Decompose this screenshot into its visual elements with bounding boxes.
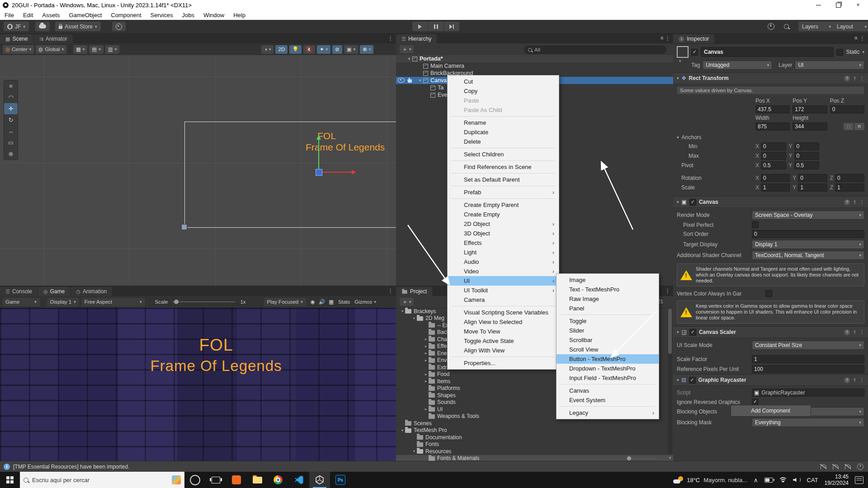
focus-dropdown[interactable]: Play Focused▾	[264, 298, 306, 306]
notification-center-icon[interactable]	[855, 476, 863, 484]
context-menu-item[interactable]: Properties...	[448, 358, 559, 368]
hierarchy-search-input[interactable]: All	[524, 46, 666, 54]
pos-x-field[interactable]: 437.5	[755, 105, 790, 113]
context-menu-item[interactable]: Prefab›	[448, 188, 559, 197]
submenu-item[interactable]: Dropdown - TextMeshPro	[557, 364, 659, 373]
scene-tool[interactable]: ✛	[4, 103, 18, 114]
taskbar-search-input[interactable]: Escriu aquí per cercar	[20, 472, 184, 488]
context-menu-item[interactable]: Select Children	[448, 150, 559, 159]
scene-tool[interactable]: ▭	[4, 137, 18, 148]
create-object-button[interactable]: ＋▾	[400, 45, 414, 53]
rect-handle[interactable]	[181, 224, 187, 230]
static-checkbox[interactable]: ✓	[836, 49, 843, 56]
pixel-perfect-checkbox[interactable]: ✓	[752, 221, 759, 228]
effects-dropdown[interactable]: ✦▾	[317, 45, 330, 54]
increment-snap-dropdown[interactable]: ▤▾	[89, 45, 103, 54]
layers-dropdown[interactable]: Layers▾	[798, 22, 835, 31]
context-menu-item[interactable]: Toggle Active State	[448, 336, 559, 346]
submenu-item[interactable]: Canvas	[557, 386, 659, 395]
width-field[interactable]: 875	[755, 122, 790, 131]
display-dropdown[interactable]: Display 1▾	[47, 298, 79, 306]
presets-icon[interactable]: ⫯	[854, 329, 856, 335]
raycaster-enabled-checkbox[interactable]: ✓	[689, 377, 696, 384]
audio-toggle[interactable]: 🔇	[303, 45, 315, 54]
context-menu-item[interactable]	[451, 357, 555, 357]
pick-icon[interactable]	[407, 78, 412, 83]
inspector-panel-menu-icon[interactable]: ⋮	[859, 35, 865, 42]
hidden-objects-toggle[interactable]: ⊘	[332, 45, 342, 54]
step-button[interactable]	[444, 22, 459, 31]
ignore-reversed-checkbox[interactable]: ✓	[752, 399, 759, 405]
reference-pixels-field[interactable]: 100	[752, 365, 864, 373]
bottom-tab[interactable]: ◷Animation	[71, 287, 112, 296]
search-unity-button[interactable]	[112, 22, 126, 31]
game-panel-menu-icon[interactable]: ⋮	[387, 287, 393, 294]
context-menu-item[interactable]	[451, 186, 555, 186]
debug-icon[interactable]: ◉	[311, 299, 315, 305]
anchor-max-y-field[interactable]: 0	[794, 152, 819, 160]
hierarchy-tab[interactable]: ☰Hierarchy	[396, 34, 437, 43]
scene-tool[interactable]: ↔	[4, 126, 18, 137]
component-menu-icon[interactable]: ⋮	[859, 377, 864, 383]
menu-item[interactable]: File	[0, 10, 19, 20]
scale-factor-field[interactable]: 1	[752, 355, 864, 363]
help-icon[interactable]: ?	[844, 199, 850, 205]
scroll-down-icon[interactable]: ▼	[668, 456, 672, 460]
background-tasks-icon[interactable]	[857, 464, 863, 470]
rotation-z-field[interactable]: 0	[835, 174, 864, 182]
menu-item[interactable]: Jobs	[177, 10, 198, 20]
project-row[interactable]: ▾ Resources	[396, 448, 673, 455]
canvas-component-header[interactable]: ▾▣ ✓ Canvas ?⫯⋮	[673, 196, 868, 208]
task-view-button[interactable]	[205, 472, 226, 488]
submenu-item[interactable]: Toggle	[557, 316, 659, 326]
presets-icon[interactable]: ⫯	[854, 377, 856, 383]
submenu-item[interactable]: Scroll View	[557, 345, 659, 354]
taskbar-app-vscode[interactable]	[288, 472, 309, 488]
weather-widget[interactable]: 18°C Mayorm. nubla...	[673, 476, 747, 483]
submenu-item[interactable]: Event System	[557, 395, 659, 405]
blueprint-button[interactable]: ⬚	[844, 123, 854, 130]
rotation-y-field[interactable]: 0	[798, 174, 827, 182]
submenu-item[interactable]: Input Field - TextMeshPro	[557, 373, 659, 383]
lock-icon[interactable]: a	[660, 35, 663, 40]
grid-snap-dropdown[interactable]: ▦▾	[73, 45, 87, 54]
context-menu-item[interactable]: Rename	[448, 118, 559, 127]
scale-x-field[interactable]: 1	[761, 183, 790, 192]
language-indicator[interactable]: CAT	[807, 477, 818, 483]
component-menu-icon[interactable]: ⋮	[859, 329, 864, 335]
context-menu-item[interactable]	[451, 198, 555, 199]
submenu-item[interactable]: Text - TextMeshPro	[557, 285, 659, 294]
context-menu-item[interactable]: Create Empty	[448, 210, 559, 219]
global-search-button[interactable]	[780, 22, 793, 31]
scaler-enabled-checkbox[interactable]: ✓	[689, 329, 696, 336]
pivot-y-field[interactable]: 0.5	[794, 161, 819, 169]
project-create-button[interactable]: ＋▾	[400, 298, 414, 306]
bottom-tab[interactable]: ☰Console	[0, 287, 38, 296]
taskbar-app-photoshop[interactable]: Ps	[330, 472, 351, 488]
submenu-item[interactable]	[560, 406, 655, 407]
anchor-min-x-field[interactable]: 0	[761, 142, 786, 150]
pos-y-field[interactable]: 172	[793, 105, 827, 113]
raw-edit-button[interactable]: R	[854, 123, 864, 130]
menu-item[interactable]: Window	[199, 10, 229, 20]
context-menu-item[interactable]: Align View to Selected	[448, 317, 559, 327]
shader-channels-dropdown[interactable]: TexCoord1, Normal, Tangent▾	[752, 251, 864, 260]
shading-mode-dropdown[interactable]: ◑▾	[261, 45, 274, 54]
context-menu-item[interactable]: Set as Default Parent	[448, 175, 559, 184]
aspect-dropdown[interactable]: Free Aspect▾	[81, 298, 145, 306]
submenu-item[interactable]: Raw Image	[557, 294, 659, 304]
bell-muted-icon[interactable]	[821, 465, 826, 469]
scene-tool[interactable]: ↻	[4, 114, 18, 126]
layout-dropdown[interactable]: Layout▾	[833, 22, 868, 31]
scene-panel-menu-icon[interactable]: ⋮	[387, 35, 393, 42]
context-menu-item[interactable]: Copy	[448, 86, 559, 96]
gizmo-x-axis-icon[interactable]	[320, 172, 352, 173]
anchor-max-x-field[interactable]: 0	[761, 152, 786, 160]
vsync-icon[interactable]: ▦	[329, 299, 334, 305]
context-menu-item[interactable]: Visual Scripting Scene Variables	[448, 308, 559, 317]
hierarchy-row[interactable]: ▾ Portada*	[396, 55, 673, 62]
close-button[interactable]: ×	[848, 0, 868, 10]
menu-item[interactable]: GameObject	[64, 10, 106, 20]
undo-history-button[interactable]	[764, 22, 778, 31]
rect-transform-header[interactable]: ▾✥ Rect Transform ?⫯⋮	[673, 72, 868, 84]
